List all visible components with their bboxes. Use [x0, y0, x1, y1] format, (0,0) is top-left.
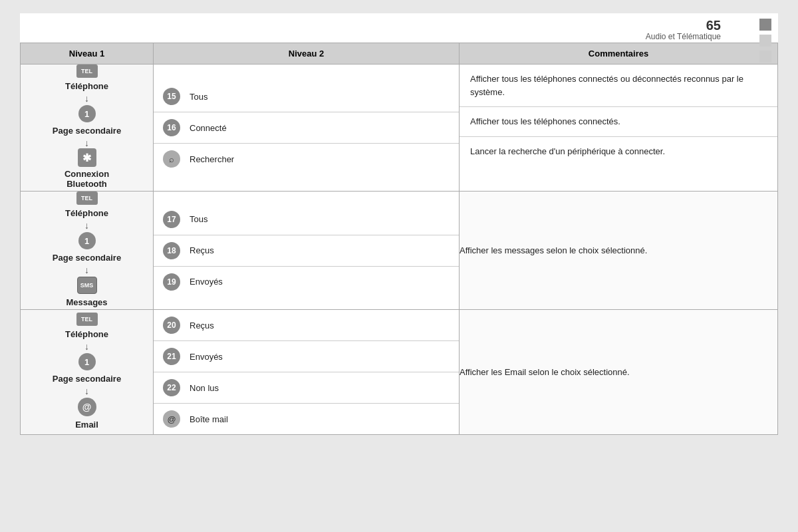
tel-icon-3: TEL	[76, 313, 98, 326]
badge-16: 16	[163, 119, 180, 136]
badge-20: 20	[163, 317, 180, 334]
sidebar-box-dark	[759, 19, 771, 31]
level1-cell-bluetooth: TEL Téléphone ↓ 1 Page secondaire ↓ ✱ Co…	[21, 65, 154, 192]
level2-row-15: 15 Tous	[154, 81, 459, 112]
badge-21: 21	[163, 348, 180, 365]
arrow-5: ↓	[84, 342, 89, 351]
page-number: 65	[646, 19, 721, 32]
sidebar-boxes	[759, 19, 771, 63]
level2-row-16: 16 Connecté	[154, 112, 459, 144]
level2-row-20: 20 Reçus	[154, 310, 459, 341]
level2-row-18: 18 Reçus	[154, 235, 459, 267]
badge-17: 17	[163, 211, 180, 228]
badge-18: 18	[163, 242, 180, 259]
arrow-1: ↓	[84, 94, 89, 103]
circle-1-badge-2: 1	[78, 232, 96, 249]
page-header: 65 Audio et Télématique	[20, 13, 778, 43]
tel-icon-2: TEL	[76, 192, 98, 205]
level1-cell-email: TEL Téléphone ↓ 1 Page secondaire ↓ @ Em…	[21, 310, 154, 435]
arrow-6: ↓	[84, 386, 89, 396]
at-icon: @	[78, 398, 96, 416]
arrow-4: ↓	[84, 265, 89, 275]
badge-19: 19	[163, 273, 180, 291]
page-subtitle: Audio et Télématique	[646, 32, 721, 41]
search-badge: ⌕	[163, 150, 180, 168]
level2-row-22: 22 Non lus	[154, 372, 459, 404]
circle-1-badge-3: 1	[78, 353, 96, 370]
col-niveau1: Niveau 1	[21, 43, 154, 65]
table-header-row: Niveau 1 Niveau 2 Commentaires	[21, 43, 778, 65]
table-row-section1: TEL Téléphone ↓ 1 Page secondaire ↓ ✱ Co…	[21, 65, 778, 192]
sms-icon: SMS	[77, 277, 97, 294]
col-niveau2: Niveau 2	[154, 43, 460, 65]
table-row-section3: TEL Téléphone ↓ 1 Page secondaire ↓ @ Em…	[21, 310, 778, 435]
comment-rechercher: Lancer la recherche d'un périphérique à …	[460, 137, 777, 166]
badge-22: 22	[163, 379, 180, 396]
arrow-2: ↓	[84, 138, 89, 148]
level2-row-19: 19 Envoyés	[154, 267, 459, 297]
bt-icon: ✱	[78, 148, 96, 167]
sidebar-box-2	[759, 51, 771, 63]
level2-row-17: 17 Tous	[154, 204, 459, 235]
badge-15: 15	[163, 88, 180, 105]
level2-cell-bluetooth: 15 Tous 16 Connecté ⌕ Rechercher	[154, 65, 460, 192]
main-table: Niveau 1 Niveau 2 Commentaires TEL Télép…	[20, 43, 778, 435]
level2-row-21: 21 Envoyés	[154, 341, 459, 372]
comments-cell-messages: Afficher les messages selon le choix sél…	[460, 192, 778, 310]
table-row-section2: TEL Téléphone ↓ 1 Page secondaire ↓ SMS …	[21, 192, 778, 310]
comments-cell-email: Afficher les Email selon le choix sélect…	[460, 310, 778, 435]
level2-cell-messages: 17 Tous 18 Reçus 19 Envoyés	[154, 192, 460, 310]
level2-row-rechercher: ⌕ Rechercher	[154, 144, 459, 174]
comment-15: Afficher tous les téléphones connectés o…	[460, 65, 777, 107]
arrow-3: ↓	[84, 221, 89, 230]
comments-cell-bluetooth: Afficher tous les téléphones connectés o…	[460, 65, 778, 192]
tel-icon-1: TEL	[76, 65, 98, 78]
col-commentaires: Commentaires	[460, 43, 778, 65]
sidebar-box-1	[759, 35, 771, 47]
level1-cell-messages: TEL Téléphone ↓ 1 Page secondaire ↓ SMS …	[21, 192, 154, 310]
level2-row-boite: @ Boîte mail	[154, 404, 459, 434]
comment-16: Afficher tous les téléphones connectés.	[460, 107, 777, 137]
at-sym-badge: @	[163, 410, 180, 428]
circle-1-badge: 1	[78, 105, 96, 122]
level2-cell-email: 20 Reçus 21 Envoyés 22 Non lus @ Boîte m…	[154, 310, 460, 435]
